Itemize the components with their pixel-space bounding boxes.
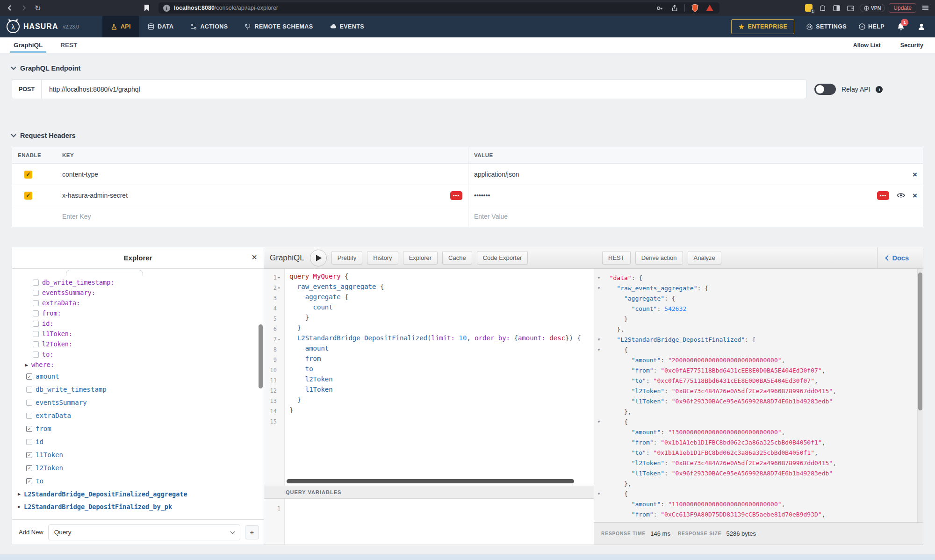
toolbar-button-derive-action[interactable]: Derive action bbox=[635, 251, 683, 265]
execute-query-button[interactable] bbox=[310, 250, 327, 266]
sidebar-extension-icon[interactable] bbox=[832, 3, 842, 13]
secret-autofill-icon[interactable]: ••• bbox=[450, 191, 462, 200]
notifications-button[interactable]: 1 bbox=[897, 22, 905, 31]
nav-item-actions[interactable]: ACTIONS bbox=[182, 16, 236, 37]
header-value-input[interactable]: application/json bbox=[474, 171, 519, 178]
bookmark-icon[interactable] bbox=[142, 3, 152, 13]
explorer-field-item[interactable]: ✓from bbox=[12, 422, 264, 435]
explorer-field-item[interactable]: ✓amount bbox=[12, 370, 264, 383]
checkbox[interactable]: ✓ bbox=[26, 452, 32, 458]
address-bar[interactable]: i localhost:8080/console/api/api-explore… bbox=[158, 2, 719, 14]
ghost-extension-icon[interactable] bbox=[818, 3, 828, 13]
toolbar-button-history[interactable]: History bbox=[367, 251, 398, 265]
checkbox[interactable]: ✓ bbox=[26, 478, 32, 484]
new-value-input[interactable]: Enter Value bbox=[468, 206, 923, 227]
key-icon[interactable] bbox=[654, 3, 665, 13]
forward-icon[interactable] bbox=[19, 3, 29, 13]
share-icon[interactable] bbox=[669, 3, 680, 13]
hasura-logo[interactable]: λ HASURA v2.23.0 bbox=[0, 16, 84, 37]
warning-triangle-icon[interactable] bbox=[705, 3, 715, 13]
notes-extension-icon[interactable]: 1 bbox=[804, 3, 814, 13]
explorer-field-item[interactable]: ✓l2Token bbox=[12, 461, 264, 474]
explorer-arg-item[interactable]: id: bbox=[12, 318, 264, 329]
explorer-field-item[interactable]: id bbox=[12, 435, 264, 448]
scrollbar-track[interactable] bbox=[917, 269, 923, 522]
scrollbar-thumb[interactable] bbox=[259, 324, 263, 388]
profile-button[interactable] bbox=[917, 22, 926, 31]
horizontal-scrollbar[interactable] bbox=[287, 479, 574, 483]
explorer-node-item[interactable]: ▶L2StandardBridge_DepositFinalized_aggre… bbox=[12, 488, 264, 500]
explorer-where-item[interactable]: ▶ where: bbox=[12, 359, 264, 370]
endpoint-url-input[interactable]: http://localhost:8080/v1/graphql bbox=[42, 80, 148, 99]
checkbox[interactable] bbox=[33, 300, 39, 306]
nav-item-events[interactable]: EVENTS bbox=[322, 16, 373, 37]
checkbox[interactable] bbox=[26, 387, 32, 393]
query-variables-editor[interactable]: 1 bbox=[264, 499, 594, 545]
close-icon[interactable]: × bbox=[252, 252, 257, 263]
relay-toggle[interactable] bbox=[814, 84, 836, 95]
checkbox[interactable]: ✓ bbox=[26, 426, 32, 432]
secret-autofill-icon[interactable]: ••• bbox=[877, 191, 889, 200]
reveal-eye-icon[interactable] bbox=[897, 193, 905, 198]
security-link[interactable]: Security bbox=[900, 42, 923, 49]
checkbox[interactable] bbox=[33, 290, 39, 296]
toolbar-button-code-exporter[interactable]: Code Exporter bbox=[477, 251, 528, 265]
site-info-icon[interactable]: i bbox=[163, 5, 170, 12]
query-editor[interactable]: 1▾2▾34567▾89101112131415 query MyQuery {… bbox=[264, 269, 594, 486]
update-button[interactable]: Update bbox=[889, 3, 916, 13]
checkbox[interactable] bbox=[26, 413, 32, 419]
explorer-field-item[interactable]: ✓to bbox=[12, 474, 264, 488]
back-icon[interactable] bbox=[5, 3, 15, 13]
checkbox[interactable] bbox=[33, 280, 39, 286]
checkbox[interactable] bbox=[33, 321, 39, 327]
brave-shield-icon[interactable] bbox=[690, 3, 700, 13]
explorer-arg-item[interactable]: l1Token: bbox=[12, 329, 264, 339]
tab-rest[interactable]: REST bbox=[58, 37, 79, 53]
header-key-input[interactable]: x-hasura-admin-secret bbox=[62, 192, 128, 199]
toolbar-button-rest[interactable]: REST bbox=[602, 251, 631, 265]
add-new-select[interactable]: Query bbox=[48, 524, 240, 540]
checkbox[interactable] bbox=[33, 310, 39, 316]
checkbox[interactable]: ✓ bbox=[26, 465, 32, 471]
reload-icon[interactable]: ↻ bbox=[33, 3, 43, 13]
toolbar-button-analyze[interactable]: Analyze bbox=[688, 251, 721, 265]
toolbar-button-cache[interactable]: Cache bbox=[442, 251, 472, 265]
explorer-node-item[interactable]: ▶L2StandardBridge_DepositFinalized_by_pk bbox=[12, 500, 264, 513]
nav-item-api[interactable]: API bbox=[102, 16, 139, 37]
settings-button[interactable]: SETTINGS bbox=[806, 23, 847, 30]
toolbar-button-explorer[interactable]: Explorer bbox=[403, 251, 438, 265]
new-key-input[interactable]: Enter Key bbox=[57, 206, 468, 227]
checkbox[interactable] bbox=[33, 352, 39, 358]
explorer-field-item[interactable]: eventsSummary bbox=[12, 396, 264, 409]
header-value-input[interactable]: ••••••• bbox=[474, 192, 490, 199]
explorer-field-item[interactable]: ✓l1Token bbox=[12, 448, 264, 461]
checkbox[interactable] bbox=[33, 341, 39, 347]
docs-button[interactable]: Docs bbox=[877, 247, 917, 268]
remove-header-icon[interactable]: × bbox=[913, 192, 917, 200]
checkbox[interactable] bbox=[33, 331, 39, 337]
explorer-arg-item[interactable]: eventsSummary: bbox=[12, 287, 264, 298]
explorer-arg-item[interactable]: from: bbox=[12, 308, 264, 318]
explorer-arg-item[interactable]: extraData: bbox=[12, 298, 264, 308]
graphql-endpoint-section[interactable]: GraphQL Endpoint bbox=[12, 65, 80, 72]
nav-item-remote-schemas[interactable]: REMOTE SCHEMAS bbox=[236, 16, 321, 37]
explorer-field-item[interactable]: extraData bbox=[12, 409, 264, 422]
query-variables-header[interactable]: QUERY VARIABLES bbox=[264, 486, 594, 499]
add-query-button[interactable]: + bbox=[245, 525, 259, 539]
allow-list-link[interactable]: Allow List bbox=[853, 42, 881, 49]
toolbar-button-prettify[interactable]: Prettify bbox=[331, 251, 362, 265]
response-viewer[interactable]: ▾ "data": {▾ "raw_events_aggregate": { "… bbox=[594, 269, 923, 522]
explorer-arg-item[interactable]: l2Token: bbox=[12, 339, 264, 349]
enterprise-button[interactable]: ★ENTERPRISE bbox=[731, 19, 794, 34]
help-button[interactable]: ? HELP bbox=[859, 23, 885, 30]
checkbox[interactable] bbox=[26, 400, 32, 406]
scrollbar-thumb[interactable] bbox=[918, 273, 922, 410]
menu-icon[interactable] bbox=[920, 3, 930, 13]
info-icon[interactable]: i bbox=[876, 86, 883, 93]
nav-item-data[interactable]: DATA bbox=[139, 16, 182, 37]
explorer-arg-item[interactable]: db_write_timestamp: bbox=[12, 277, 264, 287]
enable-checkbox[interactable]: ✓ bbox=[24, 192, 32, 200]
vpn-button[interactable]: VPN bbox=[860, 4, 885, 12]
header-key-input[interactable]: content-type bbox=[57, 164, 468, 185]
explorer-arg-item[interactable]: to: bbox=[12, 349, 264, 359]
